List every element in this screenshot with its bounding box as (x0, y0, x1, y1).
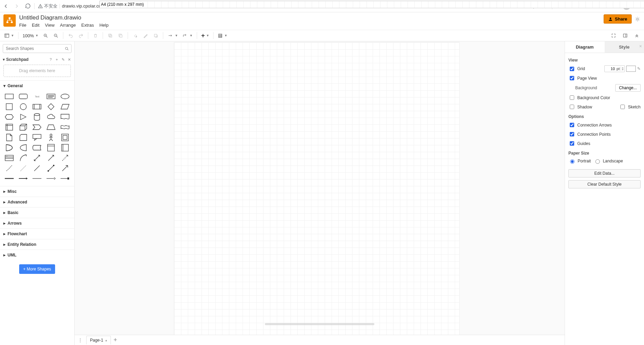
format-panel-icon[interactable] (621, 31, 630, 40)
shape-diamond[interactable] (45, 103, 57, 111)
shape-biline[interactable] (45, 164, 57, 172)
zoom-in-icon[interactable] (41, 31, 50, 40)
shape-rect[interactable] (3, 92, 15, 101)
to-back-icon[interactable] (116, 31, 125, 40)
back-icon[interactable] (3, 3, 9, 9)
shape-dasharrow[interactable] (59, 154, 71, 162)
guides-checkbox[interactable]: Guides (568, 140, 590, 147)
bgcolor-checkbox[interactable]: Background Color (568, 94, 610, 101)
to-front-icon[interactable] (106, 31, 115, 40)
shape-internal-storage[interactable] (3, 123, 15, 131)
page-tab-1[interactable]: Page-1 ▴ (86, 336, 111, 344)
more-shapes-button[interactable]: + More Shapes (19, 264, 55, 274)
shape-dotline[interactable] (17, 164, 29, 172)
sketch-checkbox[interactable]: Sketch (619, 104, 641, 110)
grid-color-edit-icon[interactable]: ✎ (637, 66, 641, 71)
menu-extras[interactable]: Extras (81, 23, 94, 28)
shape-dashline[interactable] (3, 164, 15, 172)
theme-icon[interactable] (634, 16, 641, 22)
shape-thickarrow[interactable] (17, 174, 29, 183)
shape-frame[interactable] (59, 133, 71, 142)
shape-text[interactable]: Text (31, 92, 43, 101)
edit-data-button[interactable]: Edit Data... (568, 169, 641, 177)
shape-card[interactable] (17, 133, 29, 142)
shape-or[interactable] (3, 144, 15, 152)
paper-size-select[interactable]: A4 (210 mm x 297 mm) (99, 1, 644, 8)
scratchpad-edit-icon[interactable]: ✎ (61, 57, 65, 62)
category-advanced[interactable]: ▸Advanced (0, 197, 74, 207)
delete-icon[interactable] (91, 31, 100, 40)
menu-file[interactable]: File (19, 23, 26, 28)
scratchpad-header[interactable]: ▾ Scratchpad ? + ✎ ✕ (0, 56, 74, 63)
shape-thinline[interactable] (31, 174, 43, 183)
table-dropdown[interactable]: ▼ (216, 33, 229, 38)
grid-checkbox[interactable]: Grid (568, 66, 585, 72)
shape-callout[interactable] (31, 133, 43, 142)
conn-arrows-checkbox[interactable]: Connection Arrows (568, 122, 612, 128)
menu-edit[interactable]: Edit (32, 23, 39, 28)
clear-style-button[interactable]: Clear Default Style (568, 180, 641, 188)
shape-thickline[interactable] (3, 174, 15, 183)
shape-thinarrow[interactable] (45, 174, 57, 183)
shape-roundrect[interactable] (17, 92, 29, 101)
horizontal-scrollbar[interactable] (265, 323, 374, 325)
zoom-dropdown[interactable]: 100%▼ (21, 33, 40, 38)
shape-arrow[interactable] (45, 154, 57, 162)
shape-triangle[interactable] (17, 113, 29, 121)
search-shapes-input[interactable] (3, 44, 72, 53)
shape-cylinder[interactable] (31, 113, 43, 121)
shape-curve[interactable] (17, 154, 29, 162)
redo-icon[interactable] (76, 31, 85, 40)
shape-and[interactable] (17, 144, 29, 152)
shape-openarrow[interactable] (59, 164, 71, 172)
line-color-icon[interactable] (141, 31, 150, 40)
shape-container2[interactable] (59, 144, 71, 152)
view-mode-dropdown[interactable]: ▼ (3, 33, 15, 38)
reload-icon[interactable] (25, 3, 31, 9)
tab-style[interactable]: Style (605, 41, 644, 53)
shape-hexagon[interactable] (3, 113, 15, 121)
scratchpad-help-icon[interactable]: ? (48, 57, 53, 62)
grid-size-input[interactable]: pt ▲▼ (604, 65, 625, 72)
panel-close-icon[interactable]: × (639, 43, 642, 49)
shape-actor[interactable] (45, 133, 57, 142)
shape-step[interactable] (31, 123, 43, 131)
pages-menu-icon[interactable]: ⋮ (77, 337, 83, 343)
portrait-radio[interactable]: Portrait (568, 158, 591, 164)
menu-arrange[interactable]: Arrange (60, 23, 76, 28)
paper-page[interactable] (174, 42, 460, 335)
search-icon[interactable] (65, 47, 69, 51)
category-basic[interactable]: ▸Basic (0, 208, 74, 218)
shape-tape[interactable] (59, 123, 71, 131)
add-page-icon[interactable]: + (114, 336, 117, 344)
shape-container[interactable] (45, 144, 57, 152)
pageview-checkbox[interactable]: Page View (568, 75, 597, 81)
category-misc[interactable]: ▸Misc (0, 186, 74, 197)
tab-diagram[interactable]: Diagram (565, 41, 605, 53)
shape-biarrow[interactable] (31, 154, 43, 162)
landscape-radio[interactable]: Landscape (594, 158, 623, 164)
shape-note[interactable] (3, 133, 15, 142)
shadow-checkbox[interactable]: Shadow (568, 104, 592, 110)
shape-dbline[interactable] (59, 174, 71, 183)
fullscreen-icon[interactable] (609, 31, 618, 40)
share-button[interactable]: Share (604, 14, 632, 24)
shape-cube[interactable] (17, 123, 29, 131)
shape-square[interactable] (3, 103, 15, 111)
forward-icon[interactable] (14, 3, 20, 9)
canvas[interactable]: ⋮ Page-1 ▴ + (75, 41, 565, 345)
menu-view[interactable]: View (45, 23, 54, 28)
url-text[interactable]: drawio.vip.cpolar.cn (62, 3, 101, 9)
scratchpad-close-icon[interactable]: ✕ (67, 57, 72, 62)
collapse-icon[interactable] (632, 31, 641, 40)
shape-ellipse[interactable] (59, 92, 71, 101)
shape-line[interactable] (31, 164, 43, 172)
scratchpad-add-icon[interactable]: + (54, 57, 59, 62)
category-flowchart[interactable]: ▸Flowchart (0, 229, 74, 239)
zoom-out-icon[interactable] (51, 31, 60, 40)
connection-dropdown[interactable]: ▼ (166, 33, 179, 38)
shape-document[interactable] (59, 113, 71, 121)
waypoint-dropdown[interactable]: ▼ (181, 33, 194, 38)
shape-datastore[interactable] (31, 144, 43, 152)
shape-parallelogram[interactable] (59, 103, 71, 111)
